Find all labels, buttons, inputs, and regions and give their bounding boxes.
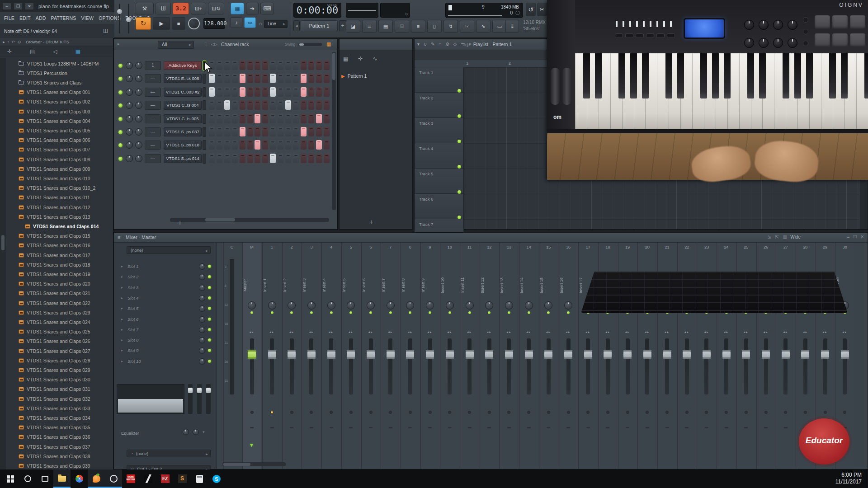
step-cell[interactable] <box>293 74 299 83</box>
step-cell[interactable] <box>247 100 253 110</box>
insert-strip-12[interactable]: 12Insert 12◂▸ <box>480 243 499 469</box>
taskbar-icon-skype[interactable]: S <box>208 469 225 488</box>
menu-item-options[interactable]: OPTIONS <box>99 15 121 21</box>
fader-handle[interactable] <box>248 350 256 359</box>
step-cell[interactable] <box>278 61 283 70</box>
browser-item[interactable]: VTDS1 Snares and Claps 004 <box>6 116 113 126</box>
channel-pan-knob[interactable] <box>126 102 133 109</box>
step-cell[interactable] <box>262 61 268 70</box>
menu-item-patterns[interactable]: PATTERNS <box>51 15 76 21</box>
slot-mix-knob[interactable] <box>199 274 205 280</box>
channel-enable-led[interactable] <box>118 117 123 121</box>
insert-strip-9[interactable]: 9Insert 9◂▸ <box>420 243 439 469</box>
browser-item[interactable]: VTDS1 Snares and Claps 007 <box>6 145 113 155</box>
browser-folder[interactable]: VTDS1 Percussion <box>6 68 113 78</box>
taskbar-icon-start[interactable] <box>2 469 19 488</box>
slot-enable-led[interactable] <box>208 307 211 310</box>
browser-item[interactable]: VTDS1 Snares and Claps 016 <box>6 241 113 250</box>
add-pattern-button[interactable]: + <box>339 20 346 31</box>
strip-fader[interactable] <box>487 338 491 394</box>
restore-button[interactable]: ❐ <box>14 3 23 10</box>
strip-mute-led[interactable] <box>665 411 669 414</box>
record-button[interactable] <box>188 18 200 29</box>
strip-mute-led[interactable] <box>547 411 550 414</box>
step-cell[interactable] <box>262 127 268 136</box>
browser-item[interactable]: VTDS1 Snares and Claps 020 <box>6 279 113 289</box>
step-cell[interactable] <box>224 61 230 70</box>
strip-enable-led[interactable] <box>468 311 471 314</box>
track-performance-led[interactable] <box>458 89 461 93</box>
strip-enable-led[interactable] <box>271 311 274 314</box>
browser-nav-icon-2[interactable]: ↑ <box>7 39 9 44</box>
step-cell[interactable] <box>308 87 314 97</box>
track-performance-led[interactable] <box>458 165 461 169</box>
step-cell[interactable] <box>262 114 268 123</box>
channel-volume-knob[interactable] <box>135 89 142 96</box>
playlist-tool-icon-1[interactable]: ▾ <box>417 42 420 47</box>
mixer-hscrollbar[interactable] <box>222 462 286 466</box>
strip-mute-led[interactable] <box>586 411 590 414</box>
typing-keyboard-icon[interactable]: ⌨ <box>260 3 274 14</box>
step-cell[interactable] <box>278 127 283 136</box>
strip-fader[interactable] <box>448 338 452 394</box>
step-cell[interactable] <box>301 154 307 163</box>
strip-fader[interactable] <box>547 338 551 394</box>
slot-chain-select[interactable]: (none)▸ <box>127 246 211 254</box>
slot-mix-knob[interactable] <box>199 358 205 365</box>
mixer-slot[interactable]: ▸Slot 3 <box>118 284 212 293</box>
channel-volume-knob[interactable] <box>135 75 142 82</box>
insert-strip-7[interactable]: 7Insert 7◂▸ <box>381 243 400 469</box>
menu-item-add[interactable]: ADD <box>36 15 46 21</box>
browser-item[interactable]: VTDS1 Snares and Claps 017 <box>6 250 113 260</box>
playlist-tool-icon-2[interactable]: ∪ <box>424 42 427 47</box>
step-cell[interactable] <box>247 127 253 136</box>
fader-handle[interactable] <box>722 350 731 359</box>
step-cell[interactable] <box>247 154 253 163</box>
insert-strip-13[interactable]: 13Insert 13◂▸ <box>499 243 518 469</box>
step-cell[interactable] <box>278 87 283 97</box>
browser-item[interactable]: VTDS1 Snares and Claps 003 <box>6 107 113 116</box>
strip-fader[interactable] <box>783 338 788 394</box>
browser-item[interactable]: VTDS1 Snares and Claps 038 <box>6 451 113 461</box>
strip-fader[interactable] <box>369 338 373 394</box>
strip-enable-led[interactable] <box>567 311 570 314</box>
browser-item[interactable]: VTDS1 Snares and Claps 033 <box>6 404 113 413</box>
toolbar2-icon-9[interactable]: ∿ <box>476 20 491 33</box>
strip-enable-led[interactable] <box>547 311 550 314</box>
fader-handle[interactable] <box>367 350 375 359</box>
step-cell[interactable] <box>308 74 314 83</box>
channel-pan-knob[interactable] <box>126 128 133 136</box>
strip-fader[interactable] <box>408 338 412 394</box>
strip-mute-led[interactable] <box>290 411 293 414</box>
channel-name-button[interactable]: Addictive Keys <box>164 61 202 70</box>
step-cell[interactable] <box>293 87 299 97</box>
add-pattern-list-button[interactable]: + <box>369 218 373 225</box>
fader-handle[interactable] <box>307 350 316 359</box>
strip-fader[interactable] <box>329 338 333 394</box>
tempo-display[interactable]: 128.000 <box>203 18 225 29</box>
strip-enable-led[interactable] <box>409 311 411 314</box>
step-cell[interactable] <box>224 74 230 83</box>
step-cell[interactable] <box>240 74 245 83</box>
rack-grid-icon[interactable]: ▦ <box>326 41 331 47</box>
channel-pan-knob[interactable] <box>126 62 133 69</box>
strip-mute-led[interactable] <box>507 411 510 414</box>
taskbar-icon-filezilla[interactable]: FZ <box>156 469 174 488</box>
step-cell[interactable] <box>232 127 238 136</box>
browser-scrollbar[interactable] <box>0 58 6 469</box>
step-cell[interactable] <box>293 100 299 110</box>
strip-fader[interactable] <box>843 338 847 394</box>
step-cell[interactable] <box>240 100 245 110</box>
strip-pan-knob[interactable] <box>426 301 434 310</box>
slot-enable-led[interactable] <box>208 318 211 321</box>
strip-pan-knob[interactable] <box>505 301 513 310</box>
master-strip[interactable]: MMaster◂▸▼ <box>242 243 261 469</box>
insert-strip-3[interactable]: 3Insert 3◂▸ <box>302 243 321 469</box>
strip-pan-knob[interactable] <box>327 301 335 310</box>
pattern-panel-icon-1[interactable]: ▦ <box>343 56 348 62</box>
browser-tool-icon-1[interactable]: ✛ <box>7 48 12 55</box>
channel-display-box[interactable]: — <box>145 141 161 150</box>
rack-detach-icon[interactable]: ◁▷ <box>211 42 217 47</box>
step-cell[interactable] <box>308 127 314 136</box>
step-cell[interactable] <box>217 61 222 70</box>
